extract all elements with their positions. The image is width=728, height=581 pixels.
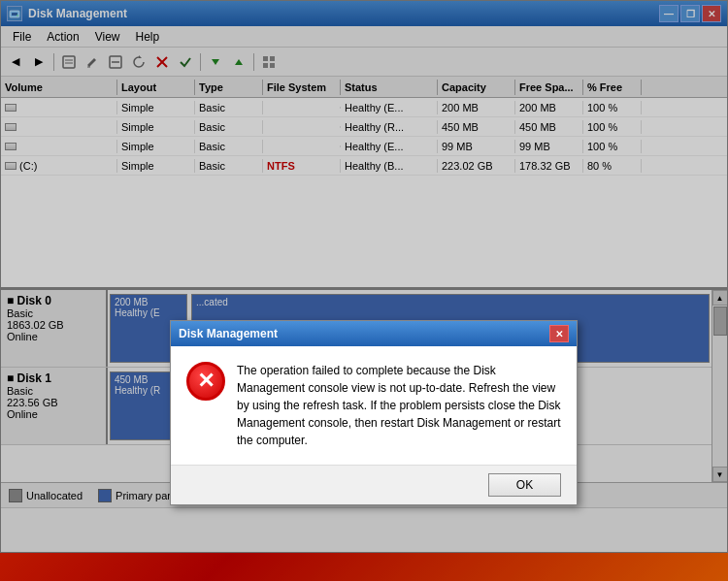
dialog-message: The operation failed to complete because… xyxy=(237,362,561,449)
dialog-title: Disk Management xyxy=(179,327,549,340)
dialog-title-bar: Disk Management ✕ xyxy=(171,321,577,346)
disk-management-dialog: Disk Management ✕ ✕ The operation failed… xyxy=(170,320,578,505)
dialog-body: ✕ The operation failed to complete becau… xyxy=(171,346,577,465)
error-icon: ✕ xyxy=(186,362,225,401)
dialog-footer: OK xyxy=(171,465,577,504)
dialog-close-button[interactable]: ✕ xyxy=(549,325,569,342)
dialog-overlay: Disk Management ✕ ✕ The operation failed… xyxy=(0,0,728,581)
ok-button[interactable]: OK xyxy=(488,473,561,497)
